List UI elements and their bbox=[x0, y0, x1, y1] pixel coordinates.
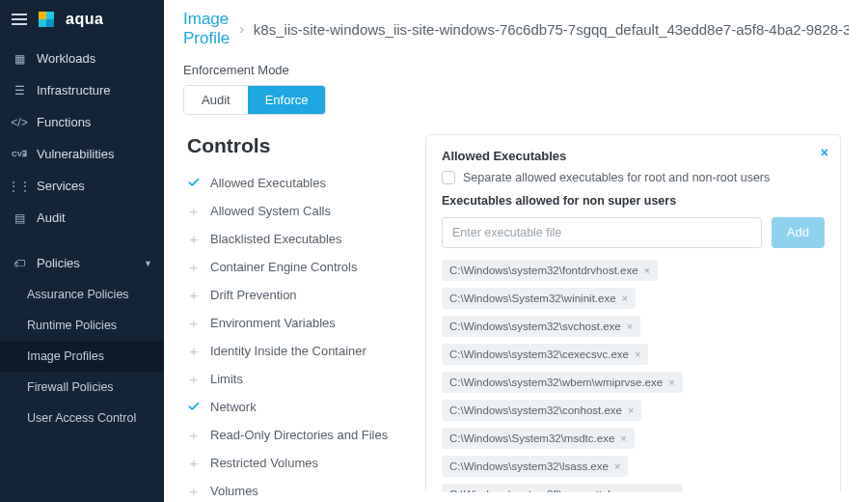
sidebar-item-assurance-policies[interactable]: Assurance Policies bbox=[0, 279, 164, 310]
executable-tag: C:\Windows\system32\conhost.exe× bbox=[442, 400, 641, 421]
add-executable-row: Add bbox=[442, 217, 825, 248]
aqua-logo-icon bbox=[37, 10, 56, 29]
separate-root-checkbox-row[interactable]: Separate allowed executables for root an… bbox=[442, 171, 825, 184]
tag-label: C:\Windows\system32\compattelrunner.exe bbox=[449, 488, 663, 492]
nav-policies: 🏷Policies ▼ Assurance Policies Runtime P… bbox=[0, 247, 164, 433]
control-item[interactable]: Network bbox=[187, 393, 404, 421]
breadcrumb: Image Profile › k8s_iis-site-windows_iis… bbox=[164, 0, 868, 55]
executable-tag: C:\Windows\System32\wininit.exe× bbox=[442, 288, 636, 309]
calendar-icon: ▤ bbox=[12, 211, 27, 225]
sidebar-item-user-access-control[interactable]: User Access Control bbox=[0, 403, 164, 433]
cve-icon: CVƎ bbox=[12, 150, 27, 158]
control-item[interactable]: +Restricted Volumes bbox=[187, 449, 404, 477]
executable-tag: C:\Windows\system32\fontdrvhost.exe× bbox=[442, 260, 658, 281]
breadcrumb-leaf: k8s_iis-site-windows_iis-site-windows-76… bbox=[254, 21, 849, 38]
remove-tag-icon[interactable]: × bbox=[620, 432, 626, 444]
plus-icon: + bbox=[187, 204, 201, 217]
chevron-right-icon: › bbox=[239, 21, 244, 37]
control-label: Identity Inside the Container bbox=[210, 344, 366, 358]
sidebar-item-runtime-policies[interactable]: Runtime Policies bbox=[0, 310, 164, 341]
grid-icon: ▦ bbox=[12, 52, 27, 66]
panels-column: × Allowed Executables Separate allowed e… bbox=[425, 134, 845, 492]
executable-tag: C:\Windows\System32\msdtc.exe× bbox=[442, 428, 635, 449]
tag-label: C:\Windows\System32\wininit.exe bbox=[449, 293, 616, 304]
control-item[interactable]: +Blacklisted Executables bbox=[187, 225, 404, 253]
svg-rect-1 bbox=[46, 12, 54, 19]
tag-label: C:\Windows\system32\lsass.exe bbox=[449, 460, 609, 472]
checkbox-icon[interactable] bbox=[442, 171, 455, 184]
plus-icon: + bbox=[187, 260, 201, 273]
control-label: Read-Only Directories and Files bbox=[210, 428, 388, 442]
control-item[interactable]: +Read-Only Directories and Files bbox=[187, 421, 404, 449]
sidebar-item-policies[interactable]: 🏷Policies ▼ bbox=[0, 247, 164, 279]
mode-enforce-button[interactable]: Enforce bbox=[248, 86, 326, 114]
control-item[interactable]: +Volumes bbox=[187, 477, 404, 502]
close-icon[interactable]: × bbox=[821, 145, 828, 160]
sidebar-item-image-profiles[interactable]: Image Profiles bbox=[0, 341, 164, 372]
sidebar-item-vulnerabilities[interactable]: CVƎVulnerabilities bbox=[0, 138, 164, 170]
control-label: Container Engine Controls bbox=[210, 260, 357, 274]
control-item[interactable]: +Allowed System Calls bbox=[187, 197, 404, 225]
chevron-down-icon: ▼ bbox=[144, 259, 152, 268]
separate-root-label: Separate allowed executables for root an… bbox=[463, 171, 770, 184]
sidebar-item-functions[interactable]: </>Functions bbox=[0, 106, 164, 138]
control-label: Blacklisted Executables bbox=[210, 232, 342, 246]
nav-primary: ▦Workloads ☰Infrastructure </>Functions … bbox=[0, 42, 164, 234]
menu-icon[interactable] bbox=[12, 14, 27, 25]
executable-tag: C:\Windows\system32\cexecsvc.exe× bbox=[442, 344, 648, 365]
controls-title: Controls bbox=[187, 134, 404, 157]
controls-column: Controls Allowed Executables+Allowed Sys… bbox=[187, 134, 404, 492]
breadcrumb-root[interactable]: Image Profile bbox=[183, 10, 230, 49]
remove-tag-icon[interactable]: × bbox=[644, 265, 650, 276]
remove-tag-icon[interactable]: × bbox=[635, 349, 640, 360]
servers-icon: ☰ bbox=[12, 84, 27, 98]
sidebar-item-audit[interactable]: ▤Audit bbox=[0, 202, 164, 234]
executable-tag: C:\Windows\system32\compattelrunner.exe× bbox=[442, 484, 683, 492]
control-item[interactable]: +Identity Inside the Container bbox=[187, 337, 404, 365]
code-icon: </> bbox=[12, 116, 27, 129]
tag-label: C:\Windows\system32\cexecsvc.exe bbox=[449, 349, 629, 360]
sidebar-item-workloads[interactable]: ▦Workloads bbox=[0, 42, 164, 74]
svg-rect-3 bbox=[46, 19, 54, 27]
remove-tag-icon[interactable]: × bbox=[668, 376, 674, 388]
remove-tag-icon[interactable]: × bbox=[628, 404, 634, 416]
panel-title: Allowed Executables bbox=[442, 149, 825, 163]
control-item[interactable]: +Container Engine Controls bbox=[187, 253, 404, 281]
executable-input[interactable] bbox=[442, 217, 762, 248]
tag-label: C:\Windows\system32\wbem\wmiprvse.exe bbox=[449, 376, 663, 388]
svg-rect-2 bbox=[39, 19, 46, 27]
control-item[interactable]: +Limits bbox=[187, 365, 404, 393]
tag-icon: 🏷 bbox=[12, 257, 27, 270]
check-icon bbox=[187, 176, 201, 189]
control-label: Environment Variables bbox=[210, 316, 336, 330]
remove-tag-icon[interactable]: × bbox=[614, 460, 620, 472]
control-label: Limits bbox=[210, 372, 243, 386]
enforcement-mode-section: Enforcement Mode Audit Enforce bbox=[164, 55, 868, 128]
control-item[interactable]: Allowed Executables bbox=[187, 169, 404, 197]
svg-rect-0 bbox=[39, 12, 46, 19]
plus-icon: + bbox=[187, 316, 201, 329]
executable-tag: C:\Windows\system32\lsass.exe× bbox=[442, 456, 628, 477]
tag-label: C:\Windows\System32\msdtc.exe bbox=[449, 432, 614, 444]
controls-list: Allowed Executables+Allowed System Calls… bbox=[187, 169, 404, 502]
remove-tag-icon[interactable]: × bbox=[627, 321, 633, 332]
control-item[interactable]: +Drift Prevention bbox=[187, 281, 404, 309]
sidebar-item-infrastructure[interactable]: ☰Infrastructure bbox=[0, 74, 164, 106]
sidebar-item-services[interactable]: ⋮⋮Services bbox=[0, 170, 164, 202]
mode-audit-button[interactable]: Audit bbox=[184, 86, 248, 114]
plus-icon: + bbox=[187, 484, 201, 497]
remove-tag-icon[interactable]: × bbox=[622, 293, 628, 304]
allowed-exec-subtitle: Executables allowed for non super users bbox=[442, 194, 825, 208]
allowed-executables-panel: × Allowed Executables Separate allowed e… bbox=[425, 134, 841, 492]
check-icon bbox=[187, 400, 201, 413]
tag-label: C:\Windows\system32\fontdrvhost.exe bbox=[449, 265, 638, 276]
control-item[interactable]: +Environment Variables bbox=[187, 309, 404, 337]
executable-tag: C:\Windows\system32\svchost.exe× bbox=[442, 316, 640, 337]
control-label: Drift Prevention bbox=[210, 288, 297, 302]
control-label: Allowed Executables bbox=[210, 176, 326, 190]
add-button[interactable]: Add bbox=[772, 217, 825, 248]
tag-label: C:\Windows\system32\svchost.exe bbox=[449, 321, 621, 332]
executable-tags: C:\Windows\system32\fontdrvhost.exe×C:\W… bbox=[442, 260, 825, 492]
remove-tag-icon[interactable]: × bbox=[668, 488, 674, 492]
sidebar-item-firewall-policies[interactable]: Firewall Policies bbox=[0, 372, 164, 403]
